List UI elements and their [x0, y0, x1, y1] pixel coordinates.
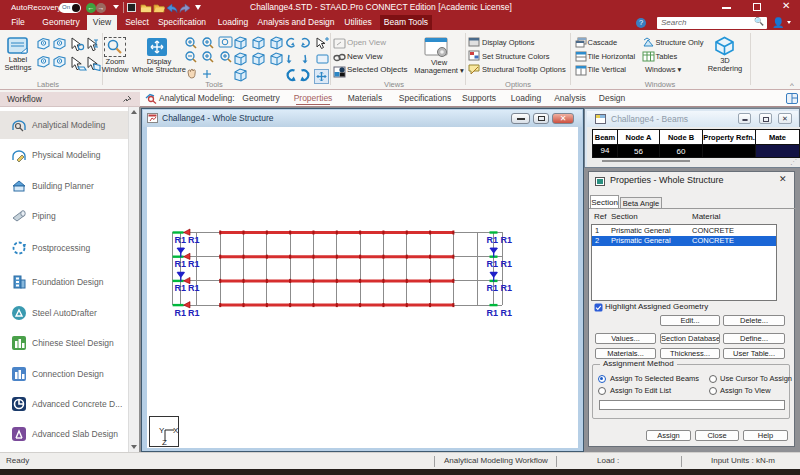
- svg-text:R1: R1: [487, 283, 499, 293]
- svg-text:R1: R1: [175, 235, 187, 245]
- svg-text:R1: R1: [188, 259, 200, 269]
- svg-text:R1: R1: [175, 283, 187, 293]
- svg-text:R1: R1: [501, 259, 513, 269]
- svg-text:R1: R1: [501, 308, 513, 318]
- svg-text:R1: R1: [175, 259, 187, 269]
- svg-text:R1: R1: [501, 235, 513, 245]
- svg-text:R1: R1: [188, 235, 200, 245]
- svg-text:Y: Y: [159, 426, 165, 435]
- svg-text:R1: R1: [188, 283, 200, 293]
- svg-text:R1: R1: [175, 308, 187, 318]
- svg-text:R1: R1: [487, 308, 499, 318]
- svg-text:R1: R1: [501, 283, 513, 293]
- svg-text:R1: R1: [487, 235, 499, 245]
- svg-text:X: X: [173, 426, 178, 435]
- svg-text:R1: R1: [487, 259, 499, 269]
- svg-text:R1: R1: [188, 308, 200, 318]
- svg-text:Z: Z: [162, 438, 167, 446]
